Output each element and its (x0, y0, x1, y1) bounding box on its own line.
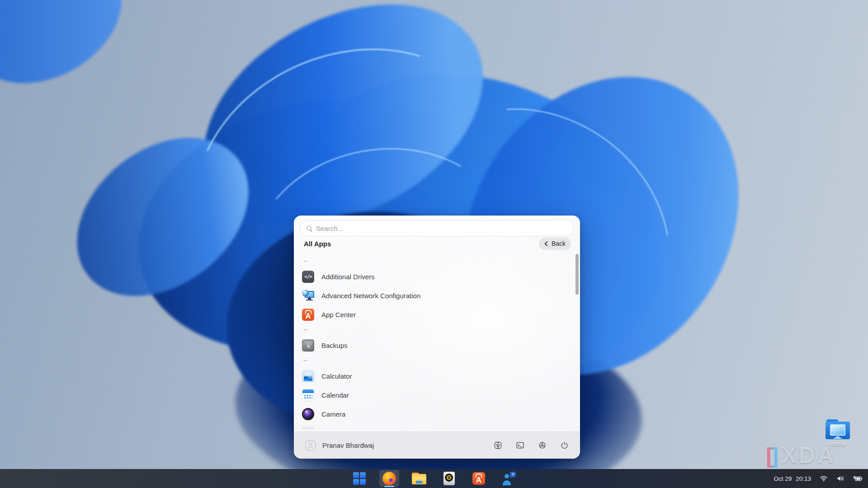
terminal-icon[interactable] (515, 441, 525, 450)
all-apps-title: All Apps (304, 240, 331, 248)
network-configuration-icon (302, 290, 314, 302)
firefox-icon (382, 472, 396, 485)
search-bar[interactable] (300, 220, 574, 236)
partial-app-icon (302, 426, 314, 429)
taskbar-clock[interactable]: Oct 29 20:13 (774, 475, 811, 482)
settings-icon[interactable] (538, 441, 547, 450)
taskbar-item-help[interactable]: ? (499, 470, 519, 487)
all-apps-header: All Apps Back (304, 237, 571, 250)
app-list: Additional Drivers Advanced Network Conf… (294, 255, 576, 432)
battery-charging-icon[interactable] (853, 475, 863, 482)
app-list-item-partial (302, 423, 576, 432)
list-separator (302, 355, 576, 366)
additional-drivers-icon (302, 271, 314, 283)
taskbar-item-app-center[interactable] (469, 470, 489, 487)
app-label: Advanced Network Configuration (321, 292, 420, 300)
calculator-icon (302, 370, 314, 382)
app-list-item-camera[interactable]: Camera (302, 404, 576, 423)
list-separator (302, 324, 576, 336)
app-center-icon (472, 472, 485, 485)
app-center-icon (302, 309, 314, 321)
app-label: Camera (321, 410, 345, 418)
camera-icon (302, 408, 314, 420)
chevron-left-icon (544, 241, 548, 246)
backups-icon (302, 339, 314, 352)
help-icon: ? (501, 472, 516, 485)
back-button-label: Back (552, 240, 566, 247)
media-player-icon (443, 472, 455, 485)
search-icon (307, 225, 312, 231)
system-tray[interactable]: Oct 29 20:13 (774, 469, 863, 488)
desktop-home-icon[interactable]: Home (824, 419, 852, 447)
taskbar: ? Oct 29 20:13 (0, 469, 868, 488)
footer-actions (493, 441, 569, 450)
list-separator (302, 255, 576, 267)
start-menu-footer: Pranav Bhardwaj (294, 432, 580, 459)
app-label: Calendar (321, 391, 349, 399)
calendar-icon (302, 389, 314, 401)
user-badge-icon (305, 440, 316, 451)
app-list-item-backups[interactable]: Backups (302, 336, 576, 355)
wallpaper-petal (0, 0, 145, 110)
file-explorer-icon (412, 473, 426, 484)
user-account-button[interactable]: Pranav Bhardwaj (305, 440, 374, 451)
start-button[interactable] (349, 470, 369, 487)
taskbar-item-firefox[interactable] (379, 470, 399, 487)
app-list-item-calendar[interactable]: Calendar (302, 385, 576, 404)
home-folder-icon (826, 419, 850, 439)
taskbar-item-media-player[interactable] (439, 470, 459, 487)
back-button[interactable]: Back (539, 238, 571, 250)
app-list-item-advanced-network-configuration[interactable]: Advanced Network Configuration (302, 286, 576, 305)
start-menu-panel: All Apps Back Additional Drivers Advance… (294, 216, 580, 459)
app-label: Backups (321, 342, 348, 349)
home-icon-label: Home (824, 441, 852, 447)
search-input[interactable] (316, 225, 567, 232)
app-label: Calculator (321, 372, 352, 380)
start-button-icon (353, 472, 366, 485)
app-label: App Center (321, 311, 356, 319)
wifi-icon[interactable] (820, 475, 828, 482)
user-name: Pranav Bhardwaj (322, 441, 374, 449)
app-list-item-additional-drivers[interactable]: Additional Drivers (302, 267, 576, 286)
scrollbar-thumb[interactable] (576, 254, 579, 295)
app-list-item-calculator[interactable]: Calculator (302, 366, 576, 385)
taskbar-item-file-explorer[interactable] (409, 470, 429, 487)
tray-time: 20:13 (796, 475, 811, 482)
tray-date: Oct 29 (774, 475, 792, 482)
app-label: Additional Drivers (321, 273, 375, 281)
volume-icon[interactable] (836, 475, 844, 482)
power-icon[interactable] (560, 441, 569, 450)
app-list-item-app-center[interactable]: App Center (302, 305, 576, 324)
file-manager-icon[interactable] (493, 441, 503, 450)
taskbar-pinned-items: ? (349, 469, 519, 488)
